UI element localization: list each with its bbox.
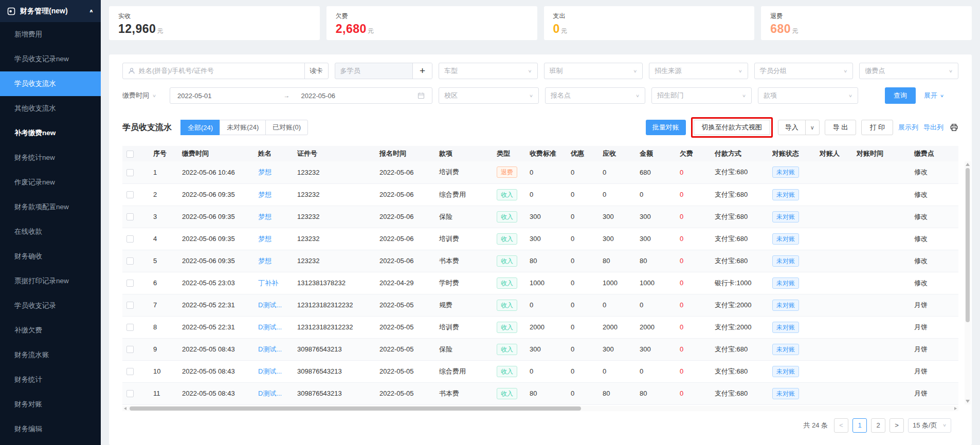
sidebar-item[interactable]: 作废记录new bbox=[0, 170, 101, 195]
add-student-button[interactable]: + bbox=[412, 63, 432, 79]
filter-select[interactable]: 款项 ∨ bbox=[758, 87, 858, 104]
row-checkbox[interactable] bbox=[126, 324, 134, 331]
sidebar-item[interactable]: 财务编辑 bbox=[0, 417, 101, 441]
sidebar-item[interactable]: 财务统计 bbox=[0, 367, 101, 392]
time-type-select[interactable]: 缴费时间 ∨ bbox=[122, 91, 164, 100]
sidebar-item[interactable]: 财务流水账 bbox=[0, 343, 101, 367]
page-number-button[interactable]: 1 bbox=[852, 418, 867, 433]
student-search-input[interactable]: 姓名(拼音)/手机号/证件号 读卡 bbox=[122, 63, 329, 79]
sidebar-item[interactable]: 财务款项配置new bbox=[0, 195, 101, 219]
sidebar-item[interactable]: 票据打印记录new bbox=[0, 269, 101, 293]
reconcile-status-badge[interactable]: 未对账 bbox=[772, 189, 799, 200]
multi-student-input[interactable]: 多学员 + bbox=[335, 63, 432, 79]
reconcile-status-badge[interactable]: 未对账 bbox=[772, 277, 799, 289]
row-checkbox[interactable] bbox=[126, 235, 134, 243]
tab[interactable]: 未对账(24) bbox=[220, 120, 266, 135]
sidebar-item[interactable]: 财务对账 bbox=[0, 392, 101, 417]
sidebar-item[interactable]: 财务确收 bbox=[0, 244, 101, 269]
reconcile-status-badge[interactable]: 未对账 bbox=[772, 166, 799, 178]
chevron-down-icon[interactable]: ∨ bbox=[805, 120, 819, 135]
horizontal-scrollbar[interactable] bbox=[122, 406, 958, 411]
scroll-right-icon[interactable] bbox=[954, 407, 957, 410]
scroll-down-icon[interactable] bbox=[966, 400, 970, 403]
export-button[interactable]: 导 出 bbox=[825, 120, 857, 135]
filter-select[interactable]: 报名点 ∨ bbox=[545, 87, 645, 104]
sidebar-item[interactable]: 其他收支流水 bbox=[0, 96, 101, 121]
reconcile-status-badge[interactable]: 未对账 bbox=[772, 211, 799, 222]
row-checkbox[interactable] bbox=[126, 346, 134, 353]
sidebar-item[interactable]: 学员收支记录 bbox=[0, 293, 101, 318]
collapse-up-icon[interactable]: ∧ bbox=[89, 8, 94, 13]
date-range-input[interactable]: 2022-05-01 → 2022-05-06 bbox=[170, 87, 432, 104]
expand-link[interactable]: 展开 ∨ bbox=[924, 91, 944, 100]
filter-select[interactable]: 招生部门 ∨ bbox=[651, 87, 752, 104]
filter-select[interactable]: 车型 ∨ bbox=[439, 63, 538, 79]
reconcile-status-badge[interactable]: 未对账 bbox=[772, 255, 799, 267]
sidebar-item[interactable]: 财务统计new bbox=[0, 145, 101, 170]
sidebar-item[interactable]: 补考缴费new bbox=[0, 121, 101, 145]
sidebar-item[interactable]: 学员收支流水 bbox=[0, 71, 101, 96]
batch-reconcile-button[interactable]: 批量对账 bbox=[646, 120, 686, 135]
student-name-link[interactable]: 梦想 bbox=[258, 257, 271, 265]
reconcile-status-badge[interactable]: 未对账 bbox=[772, 388, 799, 399]
tab[interactable]: 全部(24) bbox=[180, 120, 220, 135]
student-name-link[interactable]: D测试... bbox=[258, 345, 282, 353]
scroll-up-icon[interactable] bbox=[966, 163, 970, 166]
scroll-left-icon[interactable] bbox=[124, 407, 126, 410]
student-name-link[interactable]: D测试... bbox=[258, 301, 282, 309]
tab[interactable]: 已对账(0) bbox=[265, 120, 308, 135]
student-name-link[interactable]: 梦想 bbox=[258, 168, 271, 176]
show-columns-link[interactable]: 展示列 bbox=[898, 123, 918, 132]
reconcile-status-badge[interactable]: 未对账 bbox=[772, 300, 799, 311]
type-badge: 收入 bbox=[497, 211, 517, 222]
cell-reconcile-time bbox=[852, 206, 910, 228]
student-name-link[interactable]: 梦想 bbox=[258, 235, 271, 243]
page-size-select[interactable]: 15 条/页 ∨ bbox=[908, 418, 951, 433]
filter-select[interactable]: 招生来源 ∨ bbox=[649, 63, 748, 79]
print-button[interactable]: 打 印 bbox=[861, 120, 893, 135]
read-card-button[interactable]: 读卡 bbox=[304, 63, 328, 79]
select-all-checkbox[interactable] bbox=[126, 151, 134, 158]
reconcile-status-badge[interactable]: 未对账 bbox=[772, 233, 799, 245]
cell-no: 10 bbox=[149, 360, 178, 382]
row-checkbox[interactable] bbox=[126, 390, 134, 397]
import-button[interactable]: 导入 ∨ bbox=[778, 120, 820, 135]
row-checkbox[interactable] bbox=[126, 213, 134, 220]
row-checkbox[interactable] bbox=[126, 302, 134, 309]
query-button[interactable]: 查询 bbox=[885, 87, 916, 104]
row-checkbox[interactable] bbox=[126, 257, 134, 265]
row-checkbox[interactable] bbox=[126, 280, 134, 287]
sidebar-item[interactable]: 学员收支记录new bbox=[0, 47, 101, 71]
row-checkbox[interactable] bbox=[126, 368, 134, 375]
reconcile-status-badge[interactable]: 未对账 bbox=[772, 322, 799, 333]
printer-icon[interactable] bbox=[950, 123, 958, 132]
reconcile-status-badge[interactable]: 未对账 bbox=[772, 344, 799, 355]
sidebar-header[interactable]: 财务管理(new) ∧ bbox=[0, 0, 101, 22]
student-name-link[interactable]: 梦想 bbox=[258, 191, 271, 198]
vertical-scrollbar[interactable] bbox=[965, 161, 971, 404]
row-checkbox[interactable] bbox=[126, 169, 134, 176]
switch-payment-view-button[interactable]: 切换至付款方式视图 bbox=[694, 120, 770, 135]
sidebar-item[interactable]: 新增费用 bbox=[0, 22, 101, 47]
horizontal-scroll-thumb[interactable] bbox=[130, 406, 581, 411]
sidebar-item[interactable]: 补缴欠费 bbox=[0, 318, 101, 343]
student-name-link[interactable]: D测试... bbox=[258, 390, 282, 397]
filter-select[interactable]: 缴费点 ∨ bbox=[859, 63, 958, 79]
export-columns-link[interactable]: 导出列 bbox=[923, 123, 943, 132]
page-number-button[interactable]: 2 bbox=[871, 418, 885, 433]
filter-select[interactable]: 学员分组 ∨ bbox=[754, 63, 854, 79]
student-name-link[interactable]: D测试... bbox=[258, 367, 282, 375]
next-page-button[interactable]: > bbox=[890, 418, 904, 433]
reconcile-status-badge[interactable]: 未对账 bbox=[772, 366, 799, 377]
cell-pay-point: 月饼 bbox=[910, 294, 958, 316]
vertical-scroll-thumb[interactable] bbox=[966, 168, 970, 322]
sidebar-item[interactable]: 在线收款 bbox=[0, 219, 101, 244]
student-name-link[interactable]: 丁补补 bbox=[258, 279, 278, 287]
student-name-link[interactable]: 梦想 bbox=[258, 213, 271, 220]
filter-select[interactable]: 班制 ∨ bbox=[544, 63, 643, 79]
row-checkbox[interactable] bbox=[126, 191, 134, 198]
student-name-link[interactable]: D测试... bbox=[258, 323, 282, 331]
cell-receivable: 1000 bbox=[598, 272, 636, 294]
filter-select[interactable]: 校区 ∨ bbox=[439, 87, 539, 104]
prev-page-button[interactable]: < bbox=[834, 418, 848, 433]
